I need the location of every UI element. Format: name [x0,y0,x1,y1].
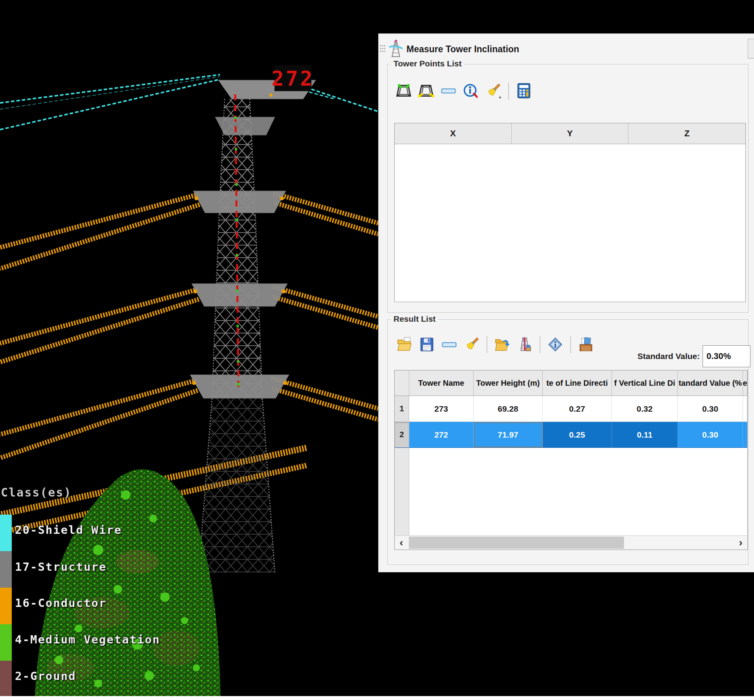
tower-points-toolbar [394,81,533,101]
tower-report-button[interactable] [515,335,534,354]
toolbar-separator [487,336,487,353]
result-toolbar [395,335,595,354]
svg-text:272: 272 [272,67,315,90]
column-header-z[interactable]: Z [628,123,745,144]
cell-extra[interactable] [743,422,747,448]
table-row[interactable]: 1 273 69.28 0.27 0.32 0.30 [395,396,747,422]
legend-label-ground: 2-Ground [15,669,76,683]
cell-line-direction[interactable]: 0.25 [543,422,612,448]
column-header-tower-name[interactable]: Tower Name [409,370,474,396]
cell-line-direction[interactable]: 0.27 [543,396,612,422]
tower-number-label: 272 [272,65,315,91]
cell-standard-value[interactable]: 0.30 [678,422,743,448]
legend-title: Class(es) [1,486,72,499]
legend-label-shield-wire: 20-Shield Wire [15,523,122,537]
row-number[interactable]: 1 [395,396,409,422]
clear-results-brush-button[interactable] [462,335,481,354]
column-header-extra[interactable]: e [743,370,747,396]
scrollbar-track[interactable] [408,536,734,550]
tower-points-group-label: Tower Points List [391,59,464,68]
toolbar-separator [508,82,509,99]
edit-info-button[interactable] [461,81,480,100]
cell-standard-value[interactable]: 0.30 [678,396,743,422]
open-file-button[interactable] [395,335,414,354]
result-table: Tower Name Tower Height (m) te of Line D… [394,370,748,550]
legend-swatch-conductor [0,588,12,624]
cell-tower-height[interactable]: 69.28 [474,396,543,422]
legend-swatch-shield-wire [0,515,12,551]
dialog-edge-button[interactable] [748,39,754,59]
tower-points-table[interactable]: X Y Z [394,123,746,302]
horizontal-scrollbar[interactable]: ‹ › [395,535,747,550]
pick-tower-top-points-button[interactable] [394,81,413,100]
column-header-tower-height[interactable]: Tower Height (m) [474,370,543,396]
drag-grip-icon[interactable] [380,45,386,53]
column-header-line-direction[interactable]: te of Line Directi [543,370,612,396]
standard-value-spinbox: ▲ ▼ [703,345,750,367]
pick-tower-bottom-points-button[interactable] [417,81,436,100]
legend-label-structure: 17-Structure [15,560,107,574]
standard-value-input[interactable] [703,346,754,367]
archive-results-button[interactable] [576,335,595,354]
table-row-selected[interactable]: 2 272 71.97 0.25 0.11 0.30 [395,422,747,448]
toolbar-separator [570,336,571,353]
cell-extra[interactable] [743,396,747,422]
legend-swatch-ground [0,661,12,696]
column-header-rownum[interactable] [395,370,409,396]
toolbar-separator [540,336,540,353]
info-diamond-button[interactable] [546,335,565,354]
dialog-title: Measure Tower Inclination [406,44,519,55]
scroll-left-button[interactable]: ‹ [395,536,408,550]
cell-tower-height[interactable]: 71.97 [474,422,543,448]
clear-brush-button[interactable] [484,81,503,100]
row-number[interactable]: 2 [395,422,409,448]
legend-label-medium-vegetation: 4-Medium Vegetation [15,633,160,646]
cell-vertical-line[interactable]: 0.11 [612,422,678,448]
legend-label-conductor: 16-Conductor [15,596,107,610]
cell-tower-name[interactable]: 273 [409,396,474,422]
legend-swatch-medium-vegetation [0,624,12,661]
result-list-group-label: Result List [391,314,438,324]
dialog-titlebar[interactable]: Measure Tower Inclination [379,37,733,61]
scrollbar-thumb[interactable] [409,537,624,549]
scroll-right-button[interactable]: › [734,536,747,550]
standard-value-label: Standard Value: [630,345,700,367]
cell-vertical-line[interactable]: 0.32 [612,396,678,422]
save-file-button[interactable] [417,335,436,354]
measure-tower-inclination-dialog: Measure Tower Inclination Tower Points L… [378,33,754,572]
bottom-border-strip [0,696,754,700]
column-header-y[interactable]: Y [512,123,629,144]
calculate-button[interactable] [514,81,533,100]
column-header-x[interactable]: X [395,123,512,144]
export-folder-button[interactable] [493,335,512,354]
remove-row-button[interactable] [439,81,458,100]
remove-result-button[interactable] [440,335,459,354]
legend-swatch-structure [0,551,12,588]
tower-icon [388,39,404,59]
column-header-standard-value[interactable]: tandard Value (% [678,370,743,396]
column-header-vertical-line[interactable]: f Vertical Line Di [612,370,678,396]
cell-tower-name[interactable]: 272 [409,422,474,448]
